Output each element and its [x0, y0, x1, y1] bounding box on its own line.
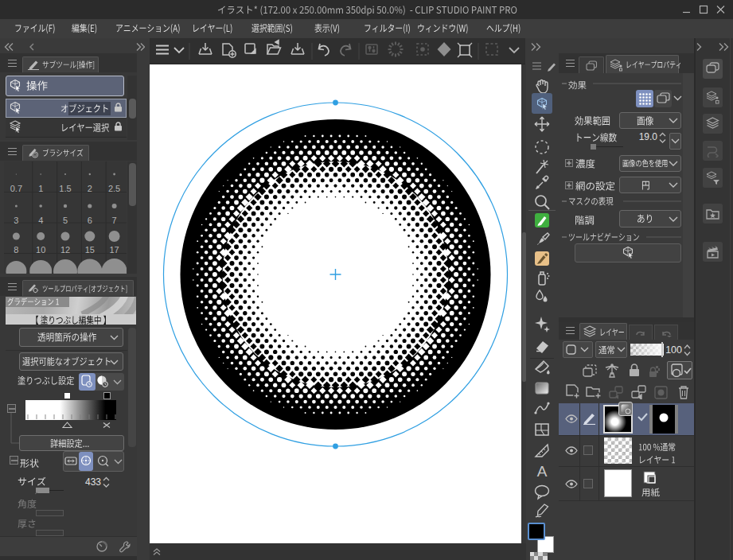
svg-text:A: A: [537, 463, 548, 480]
